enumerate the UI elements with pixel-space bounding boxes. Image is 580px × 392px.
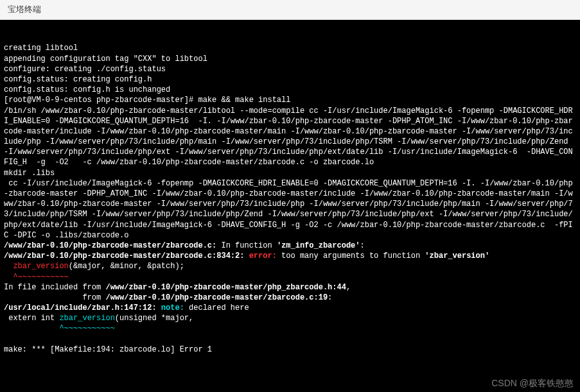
prompt-line: [root@VM-0-9-centos php-zbarcode-master]… bbox=[4, 96, 290, 105]
compile-line: cc -I/usr/include/ImageMagick-6 -fopenmp… bbox=[4, 179, 573, 240]
error-symbol: 'zbar_version' bbox=[425, 251, 489, 260]
include-path: /www/zbar-0.10/php-zbarcode-master/php_z… bbox=[105, 283, 346, 292]
error-func: 'zm_info_zbarcode' bbox=[277, 241, 360, 250]
out-line: mkdir .libs bbox=[4, 169, 55, 178]
make-error: make: *** [Makefile:194: zbarcode.lo] Er… bbox=[4, 345, 212, 354]
window-titlebar: 宝塔终端 bbox=[0, 0, 580, 20]
note-msg: declared here bbox=[184, 303, 249, 312]
include-sep: , bbox=[346, 283, 351, 292]
out-line: configure: creating ./config.status bbox=[4, 65, 166, 74]
decl-prefix: extern int bbox=[4, 314, 59, 323]
title-text: 宝塔终端 bbox=[8, 4, 41, 14]
include-sep: : bbox=[328, 293, 332, 302]
out-line: config.status: creating config.h bbox=[4, 75, 152, 84]
error-colon: : bbox=[360, 241, 365, 250]
note-loc: /usr/local/include/zbar.h:147:12: bbox=[4, 303, 161, 312]
note-caret: ^~~~~~~~~~~~ bbox=[4, 324, 115, 333]
error-file: /www/zbar-0.10/php-zbarcode-master/zbarc… bbox=[4, 241, 216, 250]
include-prefix: from bbox=[4, 293, 105, 302]
error-loc: /www/zbar-0.10/php-zbarcode-master/zbarc… bbox=[4, 251, 249, 260]
terminal-output[interactable]: creating libtool appending configuration… bbox=[0, 20, 580, 392]
error-msg: too many arguments to function bbox=[277, 251, 425, 260]
note-keyword: note: bbox=[161, 303, 184, 312]
out-line: creating libtool bbox=[4, 44, 78, 53]
include-path: /www/zbar-0.10/php-zbarcode-master/zbarc… bbox=[105, 293, 328, 302]
error-keyword: error: bbox=[249, 251, 277, 260]
out-line: appending configuration tag "CXX" to lib… bbox=[4, 55, 207, 64]
error-call: zbar_version bbox=[4, 262, 69, 271]
error-caret: ^~~~~~~~~~~~ bbox=[4, 273, 69, 282]
error-call-args: (&major, &minor, &patch); bbox=[69, 262, 184, 271]
error-in: In function bbox=[216, 241, 277, 250]
decl-symbol: zbar_version bbox=[59, 314, 114, 323]
out-line: config.status: config.h is unchanged bbox=[4, 85, 170, 94]
watermark: CSDN @极客铁憨憨 bbox=[491, 378, 574, 389]
compile-line: /bin/sh /www/zbar-0.10/php-zbarcode-mast… bbox=[4, 107, 573, 167]
include-prefix: In file included from bbox=[4, 283, 105, 292]
decl-args: (unsigned *major, bbox=[115, 314, 193, 323]
